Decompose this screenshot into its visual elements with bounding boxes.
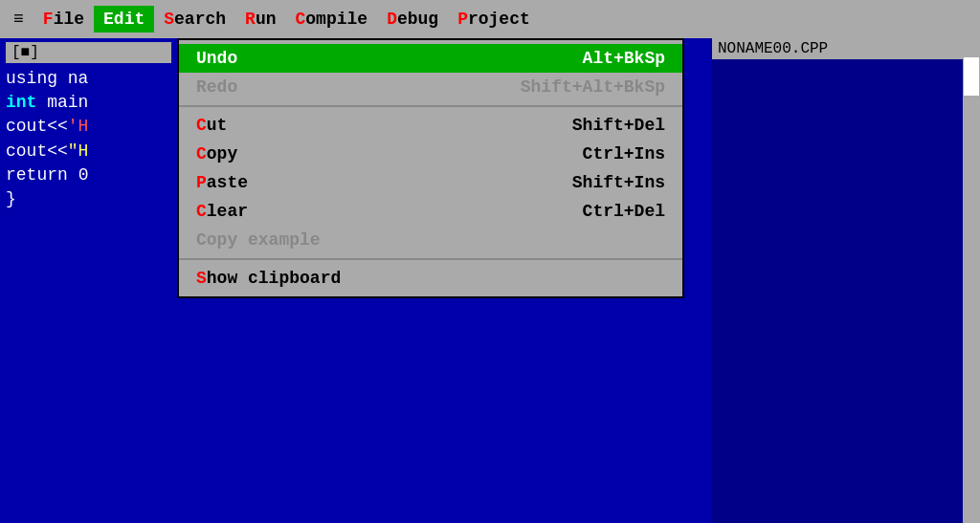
code-line-2: int main: [6, 91, 171, 115]
clear-shortcut: Ctrl+Del: [583, 202, 665, 221]
cut-label: Cut: [196, 116, 227, 135]
menu-search[interactable]: Search: [154, 6, 235, 33]
noname-titlebar: NONAME00.CPP —: [712, 38, 980, 59]
dropdown-section-undoredo: Undo Alt+BkSp Redo Shift+Alt+BkSp: [179, 40, 682, 107]
paste-label: Paste: [196, 173, 248, 192]
redo-label: Redo: [196, 77, 237, 97]
menu-item-clear[interactable]: Clear Ctrl+Del: [179, 197, 682, 226]
code-line-4: cout<<"H: [6, 140, 171, 163]
edit-menu-dropdown: Undo Alt+BkSp Redo Shift+Alt+BkSp Cut Sh…: [177, 38, 684, 298]
copy-label: Copy: [196, 144, 237, 163]
menu-item-redo: Redo Shift+Alt+BkSp: [179, 73, 682, 101]
scrollbar-thumb[interactable]: [964, 57, 979, 96]
scrollbar[interactable]: [963, 38, 980, 523]
code-line-1: using na: [6, 67, 171, 91]
editor-titlebar: [■]: [6, 42, 171, 63]
undo-label: Undo: [196, 49, 237, 68]
code-line-6: }: [6, 187, 171, 211]
code-line-5: return 0: [6, 163, 171, 187]
menu-file[interactable]: File: [33, 6, 94, 33]
menu-item-copy[interactable]: Copy Ctrl+Ins: [179, 140, 682, 168]
undo-shortcut: Alt+BkSp: [583, 49, 665, 68]
menu-compile[interactable]: Compile: [286, 6, 378, 33]
dropdown-section-show: Show clipboard: [179, 260, 682, 296]
hamburger-icon[interactable]: ≡: [4, 6, 33, 33]
code-editor: [■] using na int main cout<<'H cout<<"H …: [0, 38, 177, 523]
code-line-3: cout<<'H: [6, 115, 171, 139]
copy-shortcut: Ctrl+Ins: [583, 144, 665, 163]
noname-window: NONAME00.CPP —: [712, 38, 980, 523]
menu-item-undo[interactable]: Undo Alt+BkSp: [179, 44, 682, 73]
clear-label: Clear: [196, 202, 248, 221]
menu-project[interactable]: Project: [448, 6, 540, 33]
menu-item-copy-example: Copy example: [179, 226, 682, 254]
redo-shortcut: Shift+Alt+BkSp: [521, 77, 665, 97]
menu-item-show-clipboard[interactable]: Show clipboard: [179, 264, 682, 293]
menu-debug[interactable]: Debug: [377, 6, 448, 33]
menu-edit[interactable]: Edit: [94, 6, 154, 33]
editor-title: [■]: [11, 44, 39, 61]
show-clipboard-label: Show clipboard: [196, 269, 341, 288]
dropdown-section-clipboard: Cut Shift+Del Copy Ctrl+Ins Paste Shift+…: [179, 107, 682, 260]
cut-shortcut: Shift+Del: [572, 116, 665, 135]
menu-item-paste[interactable]: Paste Shift+Ins: [179, 168, 682, 197]
noname-title: NONAME00.CPP: [718, 40, 828, 57]
paste-shortcut: Shift+Ins: [572, 173, 665, 192]
menubar: ≡ File Edit Search Run Compile Debug Pro…: [0, 0, 980, 38]
copy-example-label: Copy example: [196, 230, 321, 250]
menu-item-cut[interactable]: Cut Shift+Del: [179, 111, 682, 140]
menu-run[interactable]: Run: [235, 6, 285, 33]
